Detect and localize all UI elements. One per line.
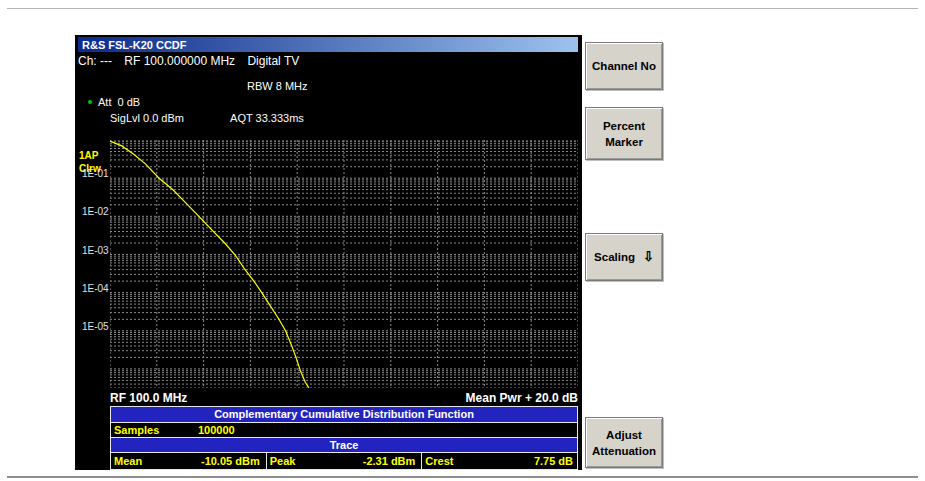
aqt-label: AQT 33.333ms xyxy=(230,112,304,124)
crest-label: Crest xyxy=(422,453,453,469)
graph-footer: RF 100.0 MHz Mean Pwr + 20.0 dB xyxy=(110,391,578,405)
graph-frequency-label: RF 100.0 MHz xyxy=(110,391,187,405)
results-table: Complementary Cumulative Distribution Fu… xyxy=(110,406,578,470)
softkey-percent-marker-label-1: Percent xyxy=(603,118,645,134)
channel-standard: Digital TV xyxy=(247,54,299,68)
y-axis-label-1e04: 1E-04 xyxy=(82,283,109,294)
trace-section-title: Trace xyxy=(111,438,577,453)
rbw-label: RBW 8 MHz xyxy=(247,80,308,92)
siglvl-label: SigLvl 0.0 dBm xyxy=(110,112,184,124)
samples-row: Samples 100000 xyxy=(111,423,577,438)
samples-label: Samples xyxy=(114,423,198,437)
y-axis-label-1e03: 1E-03 xyxy=(82,245,109,256)
trace-values-row: Mean -10.05 dBm Peak -2.31 dBm Crest 7.7… xyxy=(111,453,577,469)
channel-frequency: RF 100.000000 MHz xyxy=(124,54,235,68)
att-indicator-dot xyxy=(88,100,92,104)
softkey-percent-marker-label-2: Marker xyxy=(605,134,643,150)
softkey-adjust-attenuation[interactable]: Adjust Attenuation xyxy=(585,417,663,468)
channel-number: Ch: --- xyxy=(78,54,112,68)
peak-label: Peak xyxy=(267,453,296,469)
top-divider xyxy=(7,8,918,9)
window-title: R&S FSL-K20 CCDF xyxy=(82,39,187,51)
softkey-scaling-label: Scaling xyxy=(594,249,635,265)
mean-label: Mean xyxy=(111,453,142,469)
crest-value: 7.75 dB xyxy=(534,453,577,469)
y-axis-label-1e02: 1E-02 xyxy=(82,206,109,217)
window-titlebar: R&S FSL-K20 CCDF xyxy=(78,37,578,52)
softkey-adjust-attenuation-label-1: Adjust xyxy=(606,427,642,443)
submenu-down-arrow-icon: ⇩ xyxy=(643,249,654,265)
channel-line: Ch: --- RF 100.000000 MHz Digital TV xyxy=(78,54,308,68)
graph-reflevel-label: Mean Pwr + 20.0 dB xyxy=(466,391,578,405)
ccdf-grid-svg xyxy=(110,140,578,388)
softkey-channel-no-label: Channel No xyxy=(592,58,656,74)
trace-mode-label: 1AP xyxy=(79,149,101,162)
instrument-screen: R&S FSL-K20 CCDF Ch: --- RF 100.000000 M… xyxy=(75,35,582,470)
softkey-scaling[interactable]: Scaling ⇩ xyxy=(585,233,663,281)
attenuation-row: Att 0 dB xyxy=(88,96,140,108)
softkey-channel-no[interactable]: Channel No xyxy=(585,42,663,90)
signal-level-row: SigLvl 0.0 dBm AQT 33.333ms xyxy=(110,112,304,124)
y-axis-label-1e05: 1E-05 xyxy=(82,321,109,332)
crest-cell: Crest 7.75 dB xyxy=(422,453,577,469)
samples-value: 100000 xyxy=(198,423,235,437)
att-label: Att 0 dB xyxy=(98,96,140,108)
mean-cell: Mean -10.05 dBm xyxy=(111,453,267,469)
ccdf-graph xyxy=(110,140,578,388)
softkey-adjust-attenuation-label-2: Attenuation xyxy=(592,443,656,459)
softkey-percent-marker[interactable]: Percent Marker xyxy=(585,107,663,160)
peak-value: -2.31 dBm xyxy=(363,453,422,469)
results-title: Complementary Cumulative Distribution Fu… xyxy=(111,407,577,423)
mean-value: -10.05 dBm xyxy=(201,453,266,469)
bottom-divider xyxy=(7,476,918,478)
peak-cell: Peak -2.31 dBm xyxy=(267,453,423,469)
y-axis-label-1e01: 1E-01 xyxy=(82,168,109,179)
